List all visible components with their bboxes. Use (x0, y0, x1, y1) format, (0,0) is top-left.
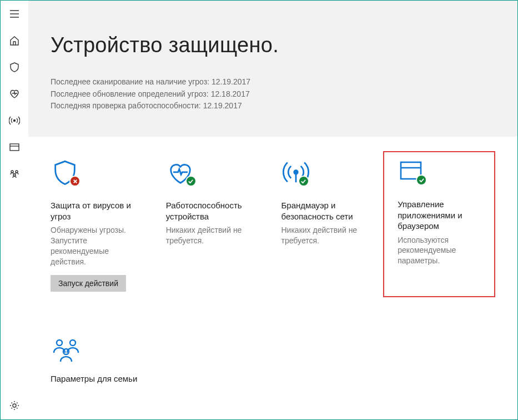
last-scan-label: Последнее сканирование на наличие угроз: (51, 76, 209, 88)
gear-icon[interactable] (3, 399, 26, 412)
last-update-label: Последнее обновление определений угроз: (51, 88, 209, 101)
ok-badge-icon (298, 176, 309, 187)
alert-badge-icon (69, 176, 81, 187)
shield-icon[interactable] (3, 61, 26, 73)
card-family-options[interactable]: Параметры для семьи (51, 336, 495, 383)
svg-rect-1 (10, 144, 19, 151)
last-health-date: 12.19.2017 (203, 100, 242, 112)
card-title: Параметры для семьи (51, 374, 495, 383)
card-title: Защита от вирусов и угроз (51, 200, 144, 222)
card-desc: Используются рекомендуемые параметры. (398, 235, 486, 267)
header-panel: Устройство защищено. Последнее сканирова… (28, 1, 517, 137)
svg-point-5 (13, 404, 16, 407)
card-title: Работоспособность устройства (166, 200, 259, 222)
card-firewall[interactable]: Брандмауэр и безопасность сети Никаких д… (281, 158, 380, 297)
status-summary: Последнее сканирование на наличие угроз:… (51, 76, 495, 112)
window-icon[interactable] (3, 141, 26, 153)
svg-point-9 (70, 340, 76, 346)
window-large-icon (398, 158, 486, 188)
last-update-date: 12.18.2017 (211, 88, 250, 101)
card-app-browser-control[interactable]: Управление приложениями и браузером Испо… (383, 151, 495, 297)
card-device-health[interactable]: Работоспособность устройства Никаких дей… (166, 158, 265, 297)
svg-point-6 (294, 171, 298, 174)
last-health-label: Последняя проверка работоспособности: (51, 100, 201, 112)
ok-badge-icon (416, 174, 427, 186)
card-desc: Никаких действий не требуется. (166, 225, 259, 246)
family-large-icon (51, 336, 495, 366)
home-icon[interactable] (3, 34, 26, 47)
ok-badge-icon (185, 176, 197, 187)
last-scan-date: 12.19.2017 (212, 76, 250, 88)
heart-large-icon (166, 159, 259, 189)
nav-sidebar (1, 1, 28, 419)
svg-point-0 (14, 120, 16, 122)
svg-point-8 (57, 340, 62, 346)
card-title: Брандмауэр и безопасность сети (281, 200, 375, 222)
main-area: Защита от вирусов и угроз Обнаружены угр… (28, 137, 517, 419)
family-icon[interactable] (3, 168, 26, 180)
signal-large-icon (281, 159, 375, 189)
page-title: Устройство защищено. (51, 33, 495, 57)
card-desc: Обнаружены угрозы. Запустите рекомендуем… (51, 225, 144, 267)
heart-icon[interactable] (3, 88, 26, 100)
signal-icon[interactable] (3, 114, 26, 127)
card-title: Управление приложениями и браузером (398, 199, 486, 232)
run-actions-button[interactable]: Запуск действий (51, 275, 126, 292)
menu-icon[interactable] (3, 8, 26, 20)
card-desc: Никаких действий не требуется. (281, 225, 375, 246)
shield-large-icon (51, 159, 144, 189)
card-virus-protection[interactable]: Защита от вирусов и угроз Обнаружены угр… (51, 158, 149, 297)
